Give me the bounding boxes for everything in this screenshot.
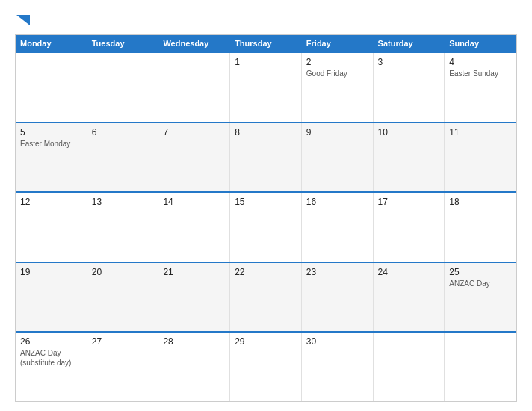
calendar-cell xyxy=(16,53,87,122)
calendar-cell: 16 xyxy=(302,193,374,262)
day-number: 19 xyxy=(20,267,82,277)
day-number: 18 xyxy=(449,197,512,207)
day-number: 8 xyxy=(235,127,297,137)
holiday-label: ANZAC Day xyxy=(449,279,512,288)
day-number: 9 xyxy=(306,127,368,137)
day-number: 12 xyxy=(20,197,82,207)
day-number: 26 xyxy=(20,336,82,347)
day-number: 6 xyxy=(92,127,154,137)
logo xyxy=(15,13,30,27)
weekday-header-tuesday: Tuesday xyxy=(87,35,159,52)
calendar-cell: 8 xyxy=(230,123,302,192)
day-number: 21 xyxy=(163,267,225,277)
calendar-row-2: 5Easter Monday67891011 xyxy=(16,122,516,192)
calendar-header: MondayTuesdayWednesdayThursdayFridaySatu… xyxy=(16,35,516,52)
calendar-cell xyxy=(87,53,159,122)
calendar-cell: 4Easter Sunday xyxy=(445,53,516,122)
day-number: 10 xyxy=(378,127,440,137)
calendar-cell: 6 xyxy=(87,123,159,192)
calendar-cell: 5Easter Monday xyxy=(16,123,87,192)
weekday-header-monday: Monday xyxy=(16,35,87,52)
calendar-cell: 7 xyxy=(158,123,230,192)
calendar-row-3: 12131415161718 xyxy=(16,191,516,262)
day-number: 3 xyxy=(378,57,440,67)
calendar-cell: 12 xyxy=(16,193,87,262)
day-number: 17 xyxy=(378,197,440,207)
day-number: 23 xyxy=(306,267,368,277)
calendar-cell: 25ANZAC Day xyxy=(445,263,516,332)
holiday-label: Easter Monday xyxy=(20,139,82,149)
calendar-cell: 20 xyxy=(87,263,159,332)
day-number: 14 xyxy=(163,197,225,207)
calendar-body: 12Good Friday34Easter Sunday5Easter Mond… xyxy=(16,52,516,401)
calendar-cell: 11 xyxy=(445,123,516,192)
weekday-header-sunday: Sunday xyxy=(445,35,516,52)
calendar-cell: 27 xyxy=(87,333,159,401)
calendar-cell: 14 xyxy=(158,193,230,262)
calendar-page: MondayTuesdayWednesdayThursdayFridaySatu… xyxy=(0,0,532,411)
calendar-cell: 30 xyxy=(302,333,374,401)
calendar-cell: 10 xyxy=(374,123,445,192)
calendar-cell: 18 xyxy=(445,193,516,262)
calendar-row-4: 19202122232425ANZAC Day xyxy=(16,262,516,332)
calendar-cell: 13 xyxy=(87,193,159,262)
day-number: 22 xyxy=(235,267,297,277)
calendar-cell xyxy=(374,333,445,401)
day-number: 16 xyxy=(306,197,368,207)
weekday-header-wednesday: Wednesday xyxy=(158,35,230,52)
calendar-cell: 26ANZAC Day (substitute day) xyxy=(16,333,87,401)
day-number: 28 xyxy=(163,336,225,347)
day-number: 24 xyxy=(378,267,440,277)
day-number: 7 xyxy=(163,127,225,137)
calendar-cell: 29 xyxy=(230,333,302,401)
calendar-cell: 19 xyxy=(16,263,87,332)
calendar-cell: 15 xyxy=(230,193,302,262)
holiday-label: ANZAC Day (substitute day) xyxy=(20,348,82,368)
calendar-cell xyxy=(445,333,516,401)
day-number: 1 xyxy=(235,57,297,67)
calendar-cell: 2Good Friday xyxy=(302,53,374,122)
day-number: 27 xyxy=(92,336,154,347)
day-number: 30 xyxy=(306,336,368,347)
calendar-cell: 28 xyxy=(158,333,230,401)
calendar: MondayTuesdayWednesdayThursdayFridaySatu… xyxy=(15,34,517,402)
calendar-cell: 1 xyxy=(230,53,302,122)
calendar-cell: 21 xyxy=(158,263,230,332)
day-number: 15 xyxy=(235,197,297,207)
logo-flag-icon xyxy=(16,15,30,25)
holiday-label: Easter Sunday xyxy=(449,69,512,78)
day-number: 13 xyxy=(92,197,154,207)
calendar-row-1: 12Good Friday34Easter Sunday xyxy=(16,52,516,122)
day-number: 4 xyxy=(449,57,512,67)
calendar-cell: 17 xyxy=(374,193,445,262)
calendar-cell xyxy=(158,53,230,122)
svg-marker-0 xyxy=(16,15,30,25)
day-number: 5 xyxy=(20,127,82,137)
weekday-header-thursday: Thursday xyxy=(230,35,302,52)
day-number: 2 xyxy=(306,57,368,67)
calendar-cell: 3 xyxy=(374,53,445,122)
calendar-cell: 9 xyxy=(302,123,374,192)
calendar-cell: 22 xyxy=(230,263,302,332)
holiday-label: Good Friday xyxy=(306,69,368,78)
day-number: 11 xyxy=(449,127,512,137)
day-number: 25 xyxy=(449,267,512,277)
calendar-cell: 23 xyxy=(302,263,374,332)
day-number: 29 xyxy=(235,336,297,347)
calendar-row-5: 26ANZAC Day (substitute day)27282930 xyxy=(16,331,516,401)
header xyxy=(15,13,517,27)
weekday-header-friday: Friday xyxy=(302,35,374,52)
weekday-header-saturday: Saturday xyxy=(374,35,445,52)
calendar-cell: 24 xyxy=(374,263,445,332)
day-number: 20 xyxy=(92,267,154,277)
